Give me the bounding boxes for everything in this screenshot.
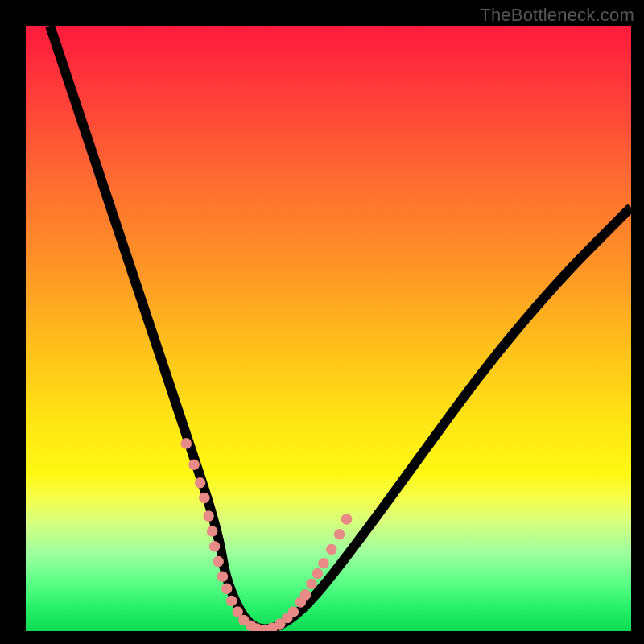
highlight-dot: [288, 606, 299, 617]
highlight-dot: [207, 526, 218, 537]
highlight-dot: [306, 579, 317, 590]
chart-svg: [26, 26, 631, 631]
highlight-dot: [199, 493, 210, 504]
highlight-dot: [226, 596, 237, 607]
highlight-dot: [209, 541, 221, 552]
highlight-dot: [203, 510, 214, 522]
highlight-dot: [181, 438, 192, 449]
highlight-dot: [341, 514, 353, 525]
highlight-dot: [326, 544, 337, 555]
highlight-dot: [217, 572, 229, 583]
highlight-dot: [221, 584, 233, 595]
watermark-text: TheBottleneck.com: [480, 5, 634, 26]
plot-area: [26, 26, 631, 631]
highlight-dot: [334, 529, 345, 540]
highlight-dot: [188, 459, 200, 470]
highlight-dot: [213, 556, 224, 568]
highlight-dot: [318, 558, 329, 569]
highlight-dot: [195, 477, 206, 489]
highlight-dots: [181, 438, 353, 631]
highlight-dot: [312, 568, 324, 580]
highlight-dot: [300, 589, 312, 601]
